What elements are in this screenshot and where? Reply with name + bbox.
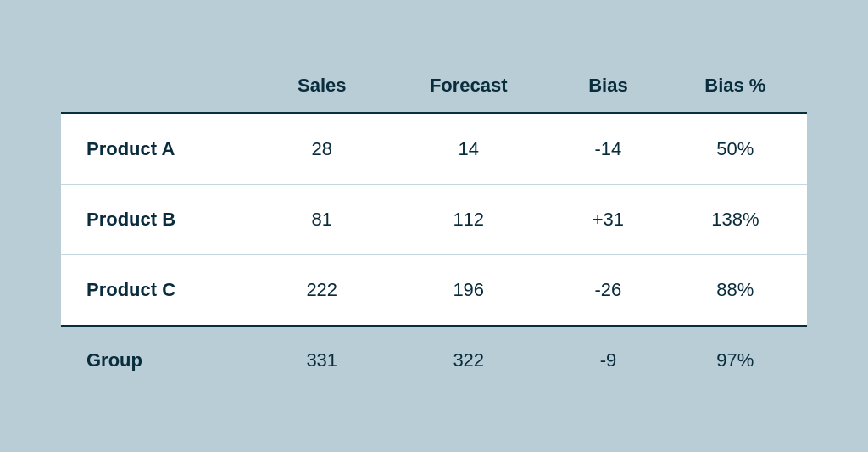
cell-forecast: 14 [384, 113, 553, 184]
cell-bias: +31 [553, 184, 664, 254]
cell-product: Product C [61, 254, 259, 326]
footer-row: Group 331 322 -9 97% [61, 326, 807, 393]
table-row: Product C222196-2688% [61, 254, 807, 326]
col-header-product [61, 59, 259, 114]
col-header-sales: Sales [259, 59, 384, 114]
cell-bias: -14 [553, 113, 664, 184]
table-row: Product A2814-1450% [61, 113, 807, 184]
footer-sales: 331 [259, 326, 384, 393]
col-header-forecast: Forecast [384, 59, 553, 114]
data-table: Sales Forecast Bias Bias % Product A2814… [61, 59, 807, 393]
cell-bias_pct: 50% [664, 113, 807, 184]
cell-bias: -26 [553, 254, 664, 326]
cell-sales: 81 [259, 184, 384, 254]
footer-product: Group [61, 326, 259, 393]
footer-bias-pct: 97% [664, 326, 807, 393]
table-row: Product B81112+31138% [61, 184, 807, 254]
cell-forecast: 196 [384, 254, 553, 326]
cell-bias_pct: 88% [664, 254, 807, 326]
footer-forecast: 322 [384, 326, 553, 393]
cell-sales: 28 [259, 113, 384, 184]
footer-bias: -9 [553, 326, 664, 393]
cell-sales: 222 [259, 254, 384, 326]
cell-forecast: 112 [384, 184, 553, 254]
col-header-bias-pct: Bias % [664, 59, 807, 114]
col-header-bias: Bias [553, 59, 664, 114]
cell-bias_pct: 138% [664, 184, 807, 254]
header-row: Sales Forecast Bias Bias % [61, 59, 807, 114]
cell-product: Product A [61, 113, 259, 184]
cell-product: Product B [61, 184, 259, 254]
table-container: Sales Forecast Bias Bias % Product A2814… [27, 42, 841, 410]
